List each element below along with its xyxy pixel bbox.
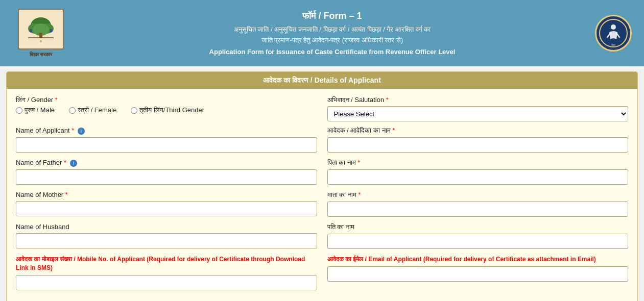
mobile-input[interactable] [16, 275, 317, 290]
logo-right: बिहार [593, 15, 634, 52]
name-applicant-english-label: Name of Applicant * i [16, 127, 317, 135]
mobile-email-row: आवेदक का मोबाइल संख्या / Mobile No. of A… [16, 255, 628, 290]
gender-female-radio[interactable] [69, 107, 76, 114]
applicant-name-row: Name of Applicant * i आवेदक / आवेदिका का… [16, 127, 628, 153]
gender-male-radio[interactable] [16, 107, 22, 114]
svg-point-7 [50, 29, 53, 32]
mother-name-row: Name of Mother * माता का नाम * [16, 191, 628, 217]
email-label: आवेदक का ईमेल / Email of Applicant (Requ… [327, 255, 629, 264]
svg-point-6 [29, 29, 32, 32]
mobile-label: आवेदक का मोबाइल संख्या / Mobile No. of A… [16, 255, 317, 272]
svg-text:०: ० [40, 39, 42, 43]
name-father-english-label: Name of Father * i [16, 159, 317, 167]
name-applicant-info-icon[interactable]: i [78, 128, 85, 135]
name-father-english-field: Name of Father * i [16, 159, 317, 185]
gender-male-option[interactable]: पुरुष / Male [16, 106, 55, 114]
salutation-select[interactable]: Please Select श्री / Mr. श्रीमती / Mrs. … [327, 106, 629, 121]
state-emblem-icon: बिहार [595, 15, 632, 52]
form-subtitle-english: Application Form for Issuance of Caste C… [71, 48, 593, 56]
tree-emblem-icon: ० [23, 15, 59, 43]
husband-name-row: Name of Husband पति का नाम [16, 223, 628, 249]
name-mother-english-label: Name of Mother * [16, 191, 317, 198]
name-applicant-hindi-input[interactable] [327, 137, 629, 153]
email-field: आवेदक का ईमेल / Email of Applicant (Requ… [327, 255, 629, 290]
svg-rect-4 [39, 33, 42, 38]
svg-point-10 [611, 24, 616, 30]
name-husband-hindi-label: पति का नाम [327, 223, 629, 231]
section-header: आवेदक का विवरण / Details of Applicant [7, 72, 637, 89]
gender-field: लिंग / Gender * पुरुष / Male स्त्री / Fe… [16, 96, 317, 121]
gender-third-radio[interactable] [131, 107, 137, 114]
name-husband-english-field: Name of Husband [16, 223, 317, 249]
salutation-label: अभिवादन / Salutation * [327, 96, 629, 104]
name-mother-hindi-label: माता का नाम * [327, 191, 629, 199]
name-husband-english-label: Name of Husband [16, 223, 317, 231]
name-mother-english-field: Name of Mother * [16, 191, 317, 217]
name-mother-hindi-input[interactable] [327, 202, 629, 217]
name-father-hindi-field: पिता का नाम * [327, 159, 629, 185]
name-mother-english-input[interactable] [16, 201, 317, 216]
name-mother-hindi-field: माता का नाम * [327, 191, 629, 217]
name-applicant-english-field: Name of Applicant * i [16, 127, 317, 153]
page-header: ० बिहार सरकार फॉर्म / Form – 1 अनुसूचित … [0, 0, 644, 66]
govt-logo-box: ० [18, 9, 64, 49]
gender-salutation-row: लिंग / Gender * पुरुष / Male स्त्री / Fe… [16, 96, 628, 121]
name-applicant-english-input[interactable] [16, 137, 317, 153]
name-father-english-input[interactable] [16, 169, 317, 185]
form-title: फॉर्म / Form – 1 [71, 11, 593, 21]
name-father-info-icon[interactable]: i [70, 160, 77, 167]
gender-radio-group: पुरुष / Male स्त्री / Female तृतीय लिंग/… [16, 106, 317, 114]
govt-name-label: बिहार सरकार [30, 52, 53, 58]
name-father-hindi-label: पिता का नाम * [327, 159, 629, 167]
header-center: फॉर्म / Form – 1 अनुसूचित जाति / अनुसूचि… [71, 11, 593, 56]
name-father-hindi-input[interactable] [327, 169, 629, 185]
mobile-field: आवेदक का मोबाइल संख्या / Mobile No. of A… [16, 255, 317, 290]
form-container: आवेदक का विवरण / Details of Applicant लि… [6, 71, 638, 301]
salutation-field: अभिवादन / Salutation * Please Select श्र… [327, 96, 629, 121]
gender-label: लिंग / Gender * [16, 96, 317, 104]
logo-left: ० बिहार सरकार [10, 9, 71, 58]
name-husband-hindi-input[interactable] [327, 234, 629, 249]
name-applicant-hindi-field: आवेदक / आवेदिका का नाम * [327, 127, 629, 153]
father-name-row: Name of Father * i पिता का नाम * [16, 159, 628, 185]
email-input[interactable] [327, 266, 629, 282]
gender-female-option[interactable]: स्त्री / Female [69, 106, 116, 114]
gender-third-option[interactable]: तृतीय लिंग/Third Gender [131, 106, 204, 114]
section-body: लिंग / Gender * पुरुष / Male स्त्री / Fe… [7, 89, 637, 301]
name-husband-hindi-field: पति का नाम [327, 223, 629, 249]
emblem-svg: बिहार [598, 18, 629, 48]
name-husband-english-input[interactable] [16, 233, 317, 248]
name-applicant-hindi-label: आवेदक / आवेदिका का नाम * [327, 127, 629, 135]
svg-text:बिहार: बिहार [611, 43, 616, 46]
form-subtitle-hindi: अनुसूचित जाति / अनुसूचित जनजाति / पिछड़ा… [71, 24, 593, 46]
